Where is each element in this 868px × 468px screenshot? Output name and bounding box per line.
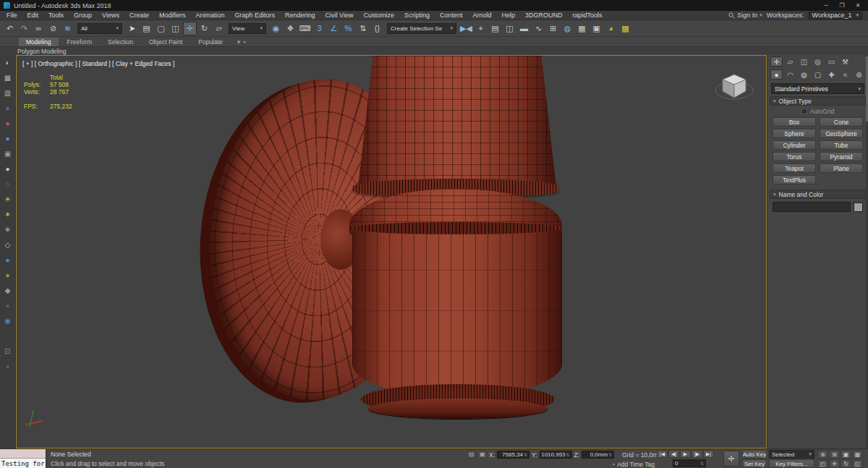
play-button[interactable]: ▶ (680, 450, 691, 458)
spacewarps-category-tab[interactable]: ≈ (839, 69, 851, 80)
zoom-extents-button[interactable]: ▣ (841, 450, 851, 459)
spinner-icon[interactable]: ⇅ (608, 452, 612, 457)
auto-key-button[interactable]: Auto Key (742, 450, 767, 459)
go-to-start-button[interactable]: |◀ (657, 450, 668, 458)
tab-modeling[interactable]: Modeling (19, 38, 59, 46)
menu-item[interactable]: Create (124, 11, 154, 20)
scene-explorer-icon[interactable]: ◫ (503, 22, 516, 35)
maximize-viewport-button[interactable]: ◱ (852, 459, 863, 468)
left-tool-target-icon[interactable]: ◉ (2, 315, 14, 327)
render-setup-icon[interactable]: ▦ (575, 22, 589, 35)
select-and-link-icon[interactable]: ∞ (32, 22, 46, 35)
object-type-button[interactable]: Cone (820, 117, 863, 127)
spinner-icon[interactable]: ⇅ (524, 452, 527, 457)
geometry-category-tab[interactable]: ● (770, 69, 783, 80)
menu-item[interactable]: Graph Editors (229, 11, 280, 20)
select-and-move-icon[interactable]: ✛ (183, 22, 197, 35)
current-frame-field[interactable]: 0 ⇅ (673, 459, 706, 467)
listener-line[interactable]: Testing for i (0, 459, 46, 468)
menu-item[interactable]: Group (69, 11, 97, 20)
sign-in-button[interactable]: Sign In ▾ (728, 12, 762, 19)
keyboard-override-icon[interactable]: ⌨ (298, 22, 312, 35)
modify-panel-tab[interactable]: ▱ (784, 56, 796, 67)
window-crossing-icon[interactable]: ◫ (169, 22, 182, 35)
viewport-label[interactable]: [ + ] [ Orthographic ] [ Standard ] [ Cl… (22, 60, 174, 67)
object-type-button[interactable]: Pyramid (820, 152, 863, 161)
menu-item[interactable]: rapidTools (568, 11, 608, 20)
isolate-selection-toggle-icon[interactable]: ⊡ (467, 451, 476, 459)
menu-item[interactable]: Customize (358, 11, 399, 20)
reference-coordinate-dropdown[interactable]: View▾ (229, 23, 266, 34)
x-coordinate-field[interactable]: 7585,34⇅ (497, 451, 529, 459)
orbit-button[interactable]: ↻ (841, 459, 851, 468)
unlink-selection-icon[interactable]: ⊘ (46, 22, 60, 35)
menu-item[interactable]: Arnold (467, 11, 496, 20)
left-tool-layout-icon[interactable]: ▥ (2, 88, 14, 99)
close-button[interactable]: ✕ (851, 1, 864, 10)
cameras-category-tab[interactable]: ▢ (812, 69, 824, 80)
add-time-tag[interactable]: ◔ Add Time Tag (611, 461, 655, 468)
utilities-panel-tab[interactable]: ⚒ (839, 56, 851, 67)
curve-editor-icon[interactable]: ∿ (532, 22, 545, 35)
select-and-scale-icon[interactable]: ▱ (212, 22, 226, 35)
systems-category-tab[interactable]: ⊛ (853, 69, 865, 80)
menu-item[interactable]: 3DGROUND (520, 11, 568, 20)
viewport[interactable]: [ + ] [ Orthographic ] [ Standard ] [ Cl… (16, 55, 767, 448)
shapes-category-tab[interactable]: ◠ (784, 69, 796, 80)
rectangular-selection-icon[interactable]: ▢ (154, 22, 168, 35)
zoom-all-button[interactable]: ⊞ (829, 450, 840, 459)
tab-selection[interactable]: Selection (101, 38, 140, 46)
set-keys-button[interactable]: ✛ (723, 451, 739, 467)
z-coordinate-field[interactable]: 0,0mm⇅ (582, 451, 614, 459)
object-color-swatch[interactable] (854, 203, 863, 212)
viewcube[interactable] (714, 70, 754, 103)
lights-category-tab[interactable]: ◍ (798, 69, 810, 80)
minimize-button[interactable]: ─ (820, 1, 833, 10)
select-and-rotate-icon[interactable]: ↻ (197, 22, 211, 35)
y-coordinate-field[interactable]: 1010,953⇅ (540, 451, 572, 459)
menu-item[interactable]: Rendering (280, 11, 320, 20)
left-tool-box-blue-icon[interactable]: ⊡ (2, 346, 14, 357)
material-editor-icon[interactable]: ◍ (561, 22, 574, 35)
undo-icon[interactable]: ↶ (3, 22, 17, 35)
left-tool-small-icon[interactable]: ▫ (2, 361, 14, 373)
menu-item[interactable]: Modifiers (154, 11, 191, 20)
macro-recorder-line[interactable] (0, 449, 46, 459)
mirror-icon[interactable]: ▶◀ (459, 22, 473, 35)
motion-panel-tab[interactable]: ◎ (812, 56, 824, 67)
left-tool-sun-icon[interactable]: ☀ (2, 194, 14, 205)
3d-model[interactable] (17, 56, 766, 448)
menu-item[interactable]: Edit (22, 11, 44, 20)
key-selection-dropdown[interactable]: Selected ▾ (769, 450, 814, 459)
select-object-icon[interactable]: ➤ (125, 22, 139, 35)
render-production-icon[interactable]: ◕ (604, 22, 618, 35)
set-key-button[interactable]: Set Key (742, 459, 767, 468)
workspace-dropdown[interactable]: Workspace_1 ▾ (809, 12, 862, 20)
autogrid-checkbox[interactable]: AutoGrid (767, 106, 868, 116)
redo-icon[interactable]: ↷ (17, 22, 31, 35)
object-name-field[interactable] (773, 202, 851, 212)
zoom-button[interactable]: ⊕ (817, 450, 828, 459)
menu-item[interactable]: Tools (43, 11, 69, 20)
left-tool-box-icon[interactable]: ▣ (2, 148, 14, 160)
schematic-view-icon[interactable]: ⊞ (546, 22, 560, 35)
maximize-button[interactable]: ❐ (835, 1, 848, 10)
angle-snap-icon[interactable]: ∠ (327, 22, 341, 35)
left-tool-ring-icon[interactable]: ◌ (2, 179, 14, 190)
percent-snap-icon[interactable]: % (341, 22, 355, 35)
object-type-button[interactable]: Plane (820, 163, 863, 173)
left-tool-ball-tan-icon[interactable]: ● (2, 163, 14, 175)
zoom-region-button[interactable]: ◰ (817, 459, 828, 468)
ribbon-options-icon[interactable]: ▾ (237, 38, 241, 46)
search-icon[interactable] (728, 12, 735, 19)
left-tool-ball-green-icon[interactable]: ● (2, 270, 14, 281)
named-selection-set-field[interactable]: Create Selection Se▾ (387, 23, 456, 34)
use-pivot-center-icon[interactable]: ◉ (269, 22, 283, 35)
maxscript-mini-listener[interactable]: Testing for i (0, 449, 46, 468)
next-frame-button[interactable]: |▶ (692, 450, 702, 458)
zoom-extents-all-button[interactable]: ▦ (852, 450, 863, 459)
spinner-snap-icon[interactable]: ⇅ (356, 22, 370, 35)
object-type-button[interactable]: Cylinder (773, 140, 816, 150)
hierarchy-panel-tab[interactable]: ◫ (798, 56, 810, 67)
key-filters-button[interactable]: Key Filters... (769, 459, 814, 468)
